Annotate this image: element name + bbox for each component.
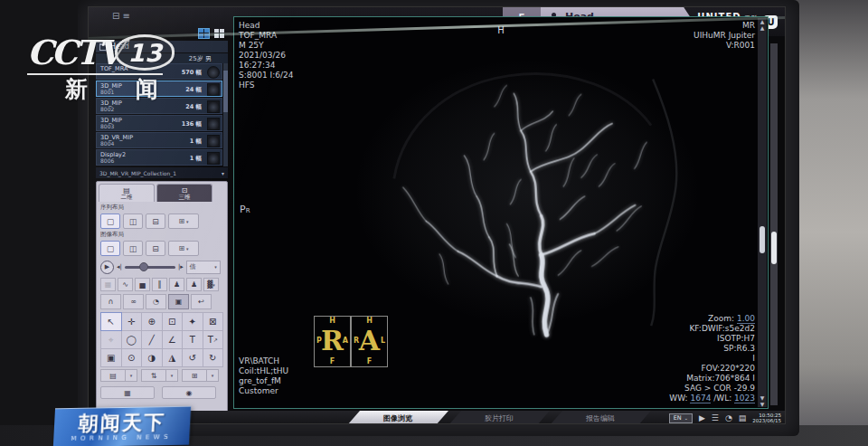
- window-preset-dropdown[interactable]: ▓▾: [203, 278, 219, 291]
- scrollbar-thumb[interactable]: [771, 232, 777, 264]
- angle-tool-button[interactable]: ∠: [162, 330, 184, 349]
- chevron-down-icon[interactable]: ▾: [207, 369, 219, 382]
- tab-2d[interactable]: ▤ 二维: [99, 184, 155, 202]
- step-forward-button[interactable]: |▸: [178, 263, 184, 270]
- chevron-down-icon: ▾: [214, 264, 217, 270]
- export-dropdown[interactable]: ▤: [100, 369, 126, 382]
- series-layout-1x2-button[interactable]: ◫: [123, 214, 143, 229]
- scrollbar-thumb[interactable]: [223, 71, 228, 112]
- histogram-icon[interactable]: ▅: [135, 278, 150, 291]
- line-tool-button[interactable]: ╱: [141, 330, 163, 349]
- image-layout-grid-dropdown[interactable]: ⊞ ▾: [168, 241, 199, 256]
- cine-slider[interactable]: [125, 266, 175, 269]
- image-info-bottom-right: Zoom: 1.00 KF:DWIF:s5e2d2 ISOTP:H7 SP:R6…: [669, 314, 755, 403]
- zoom-tool-button[interactable]: ⊕: [141, 312, 163, 331]
- viewport-scrollbar[interactable]: ▲▲ ▼▼: [758, 18, 767, 407]
- tab-3d[interactable]: ⊡ 三维: [156, 184, 212, 202]
- magnifier-tool-button[interactable]: ⊙: [121, 348, 143, 367]
- toolbox-icon[interactable]: ▤: [739, 413, 747, 422]
- image-info-top-right: MR UIHuMR Jupiter V:R001: [693, 21, 755, 51]
- wl-value[interactable]: 1023: [734, 394, 755, 403]
- link-series-icon[interactable]: ∞: [123, 294, 144, 309]
- series-list-scrollbar[interactable]: [223, 63, 228, 166]
- scroll-up-icon[interactable]: ▲▲: [758, 18, 767, 31]
- text-arrow-tool-button[interactable]: T↗: [203, 330, 224, 349]
- series-item[interactable]: 3D_MIP 8003 136 幅: [96, 115, 222, 131]
- save-state-icon[interactable]: ▦: [100, 278, 116, 291]
- annotation-toggle-icon[interactable]: ▣: [168, 294, 189, 309]
- ellipse-roi-tool-button[interactable]: ◯: [121, 330, 143, 349]
- crosshair-tool-button[interactable]: ⌖: [100, 330, 122, 349]
- logo-underline: [27, 73, 163, 75]
- background-wall: [792, 0, 868, 446]
- body-reposition-icon[interactable]: ♟: [186, 278, 202, 291]
- tool-panel: ▤ 二维 ⊡ 三维 序列布局 ▢ ◫ ⊟ ⊞ ▾ 图像布局: [96, 181, 228, 413]
- screen-layout-dropdown[interactable]: ⊞: [182, 369, 207, 382]
- tab-film-print[interactable]: 胶片打印: [448, 411, 550, 424]
- series-thumbnail: [207, 118, 220, 130]
- visibility-button[interactable]: ◉: [162, 386, 216, 399]
- undo-icon[interactable]: ↩: [191, 294, 212, 309]
- delete-roi-tool-button[interactable]: ⊠: [203, 312, 224, 331]
- text-tool-button[interactable]: T: [182, 330, 203, 349]
- scrollbar-thumb[interactable]: [760, 226, 765, 253]
- crop-tool-button[interactable]: ⊡: [162, 312, 184, 331]
- rotate-right-tool-button[interactable]: ↻: [203, 348, 224, 367]
- chevron-down-icon[interactable]: ▾: [166, 369, 178, 382]
- outer-scrollbar[interactable]: [770, 43, 778, 405]
- zoom-value[interactable]: 1.00: [737, 314, 755, 324]
- speed-select[interactable]: 倍 ▾: [186, 261, 221, 274]
- transfer-dropdown[interactable]: ⇅: [141, 369, 166, 382]
- body-orientation-icon[interactable]: ♟: [169, 278, 184, 291]
- orientation-top-label: H: [234, 25, 768, 35]
- step-back-button[interactable]: ◂|: [117, 263, 122, 270]
- collection-bar[interactable]: 3D_MR_VR_MIP_Collection_1 ▾: [96, 167, 228, 178]
- magnifier-box-tool-button[interactable]: ▣: [100, 348, 122, 367]
- enhance-tool-button[interactable]: ✦: [182, 312, 203, 331]
- ww-value[interactable]: 1674: [690, 394, 711, 403]
- series-layout-1x1-button[interactable]: ▢: [100, 214, 120, 229]
- pan-tool-button[interactable]: ✛: [121, 312, 143, 331]
- chevron-down-icon[interactable]: ▾: [126, 369, 137, 382]
- series-layout-2x1-button[interactable]: ⊟: [146, 214, 165, 229]
- flip-horizontal-tool-button[interactable]: ◮: [162, 348, 184, 367]
- cine-slider-thumb[interactable]: [139, 262, 148, 271]
- compare-icon[interactable]: ‖: [152, 278, 167, 291]
- invert-tool-button[interactable]: ◑: [141, 348, 163, 367]
- channel-number-badge: 13: [115, 34, 175, 71]
- bottom-bar: 图像浏览 胶片打印 报告编辑 EN⌄ ▶ ☰ ◔ ▤ 10:50:25 2023…: [89, 411, 786, 424]
- series-item[interactable]: 3D_VR_MIP 8004 1 幅: [96, 132, 222, 148]
- clock-date: 2023/06/15: [752, 418, 781, 424]
- system-clock: 10:50:25 2023/06/15: [752, 413, 781, 424]
- tab-report-edit[interactable]: 报告编辑: [550, 411, 651, 424]
- channel-logo: CCTV 13 新 闻: [27, 33, 217, 101]
- select-tool-button[interactable]: ↖: [100, 312, 122, 331]
- image-viewport[interactable]: Head TOF_MRA M 25Y 2021/03/26 16:27:34 S…: [233, 16, 769, 409]
- snapshot-button[interactable]: ▦: [100, 386, 155, 399]
- window-menu-icon[interactable]: ⊟ ≡: [112, 11, 130, 21]
- series-item[interactable]: Display2 8006 1 幅: [96, 149, 222, 166]
- program-banner: 朝闻天下 MORNING NEWS: [53, 406, 191, 446]
- clock-icon[interactable]: ◔: [725, 413, 732, 422]
- tool-grid: ↖ ✛ ⊕ ⊡ ✦ ⊠ ⌖ ◯ ╱ ∠ T T↗ ▣ ⊙ ◑ ◮ ↺: [100, 312, 223, 366]
- program-subtitle: MORNING NEWS: [71, 433, 172, 443]
- waveform-icon[interactable]: ∿: [118, 278, 133, 291]
- rotate-left-tool-button[interactable]: ↺: [182, 348, 203, 367]
- curve-tool-icon[interactable]: ∩: [100, 294, 121, 309]
- image-layout-2x1-button[interactable]: ⊟: [146, 241, 165, 256]
- task-list-icon[interactable]: ☰: [712, 413, 719, 422]
- speed-label: 倍: [190, 262, 196, 271]
- series-layout-label: 序列布局: [100, 204, 223, 211]
- tv-frame: ⊟ ≡ 5 布局 ⌄ Head TOF_MRA 25岁 UNITED 联影 IM…: [0, 0, 868, 446]
- orientation-cube-r: H P R A F: [314, 316, 351, 367]
- playlist-icon[interactable]: ▶: [699, 413, 705, 422]
- image-layout-1x1-button[interactable]: ▢: [100, 241, 120, 256]
- tab-image-browse[interactable]: 图像浏览: [347, 411, 448, 424]
- language-button[interactable]: EN⌄: [669, 413, 693, 423]
- cine-play-button[interactable]: ▶: [100, 261, 114, 274]
- series-layout-grid-dropdown[interactable]: ⊞ ▾: [168, 214, 199, 229]
- image-layout-1x2-button[interactable]: ◫: [123, 241, 143, 256]
- scroll-down-icon[interactable]: ▼▼: [758, 394, 767, 407]
- channel-name: 新 闻: [65, 77, 217, 101]
- timer-icon[interactable]: ◔: [146, 294, 166, 309]
